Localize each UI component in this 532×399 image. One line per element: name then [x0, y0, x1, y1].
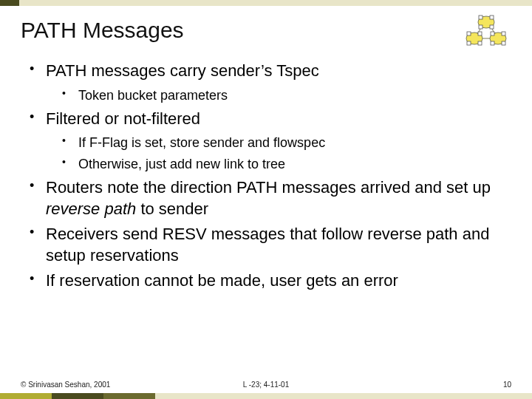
svg-rect-7: [490, 16, 494, 19]
slide-title: PATH Messages: [21, 18, 184, 43]
svg-rect-11: [478, 32, 482, 35]
bullet-2: Filtered or not-filtered If F-Flag is se…: [30, 109, 511, 173]
svg-rect-12: [467, 41, 471, 45]
bullet-1a: Token bucket parameters: [62, 86, 511, 104]
bullet-text: Filtered or not-filtered: [46, 109, 200, 128]
svg-rect-16: [491, 41, 494, 45]
svg-rect-13: [478, 41, 482, 45]
slide-body: PATH messages carry sender’s Tspec Token…: [30, 61, 511, 296]
bullet-2b: Otherwise, just add new link to tree: [62, 155, 511, 173]
footer-center: L -23; 4-11-01: [243, 381, 289, 389]
bullet-text: PATH messages carry sender’s Tspec: [46, 61, 319, 80]
slide-footer: © Srinivasan Seshan, 2001 L -23; 4-11-01…: [21, 381, 511, 389]
bullet-text-em: reverse path: [46, 200, 136, 218]
footer-copyright: © Srinivasan Seshan, 2001: [21, 381, 110, 389]
svg-rect-17: [502, 41, 505, 45]
top-accent-bar: [0, 0, 532, 6]
footer-page-number: 10: [503, 381, 511, 389]
slide: { "title": "PATH Messages", "bullets": {…: [0, 0, 532, 399]
bullet-text-pre: Routers note the direction PATH messages…: [46, 178, 491, 197]
svg-rect-9: [490, 25, 494, 29]
svg-rect-15: [502, 32, 505, 35]
bullet-5: If reservation cannot be made, user gets…: [30, 270, 511, 292]
bullet-2a: If F-Flag is set, store sender and flows…: [62, 134, 511, 151]
bullet-text-post: to sender: [136, 200, 208, 218]
bottom-accent-bar: [0, 393, 532, 399]
svg-rect-6: [479, 16, 482, 19]
svg-rect-14: [491, 32, 494, 35]
svg-rect-8: [479, 25, 482, 29]
network-logo-icon: [460, 13, 513, 52]
bullet-4: Receivers send RESV messages that follow…: [30, 224, 511, 266]
bullet-3: Routers note the direction PATH messages…: [30, 177, 511, 219]
svg-rect-10: [467, 32, 471, 35]
bullet-1: PATH messages carry sender’s Tspec Token…: [30, 61, 511, 104]
